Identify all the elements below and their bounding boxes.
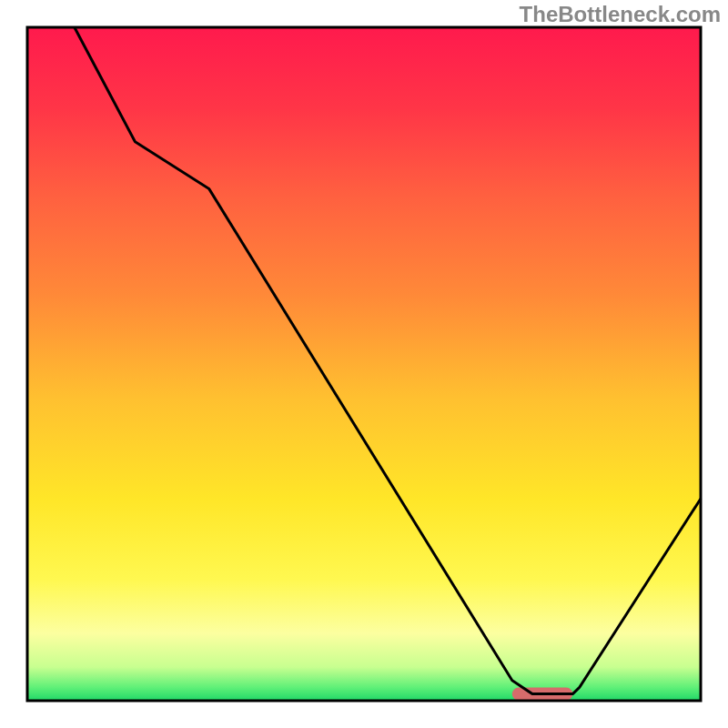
chart-svg <box>0 0 728 728</box>
watermark-text: TheBottleneck.com <box>520 2 721 27</box>
chart-container: TheBottleneck.com <box>0 0 728 728</box>
